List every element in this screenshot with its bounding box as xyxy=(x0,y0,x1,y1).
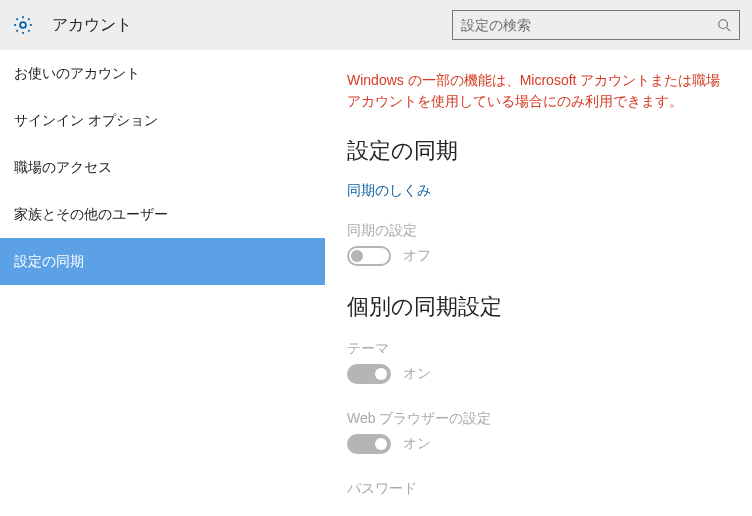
page-title: アカウント xyxy=(52,15,452,36)
sidebar-item-label: サインイン オプション xyxy=(14,112,158,130)
search-input[interactable] xyxy=(461,17,717,33)
sidebar-item-3[interactable]: 家族とその他のユーザー xyxy=(0,191,325,238)
subsection-title-individual: 個別の同期設定 xyxy=(347,292,730,322)
toggle-sync-settings[interactable] xyxy=(347,246,391,266)
svg-point-0 xyxy=(20,22,26,28)
label-individual-0: テーマ xyxy=(347,340,730,358)
sidebar-item-label: 家族とその他のユーザー xyxy=(14,206,168,224)
header: アカウント xyxy=(0,0,752,50)
sidebar-item-4[interactable]: 設定の同期 xyxy=(0,238,325,285)
toggle-individual-1-state: オン xyxy=(403,435,431,453)
content-pane: Windows の一部の機能は、Microsoft アカウントまたは職場アカウン… xyxy=(325,50,752,516)
search-icon xyxy=(717,18,731,32)
label-individual-1: Web ブラウザーの設定 xyxy=(347,410,730,428)
toggle-individual-1[interactable] xyxy=(347,434,391,454)
alert-text: Windows の一部の機能は、Microsoft アカウントまたは職場アカウン… xyxy=(347,70,730,112)
sidebar-item-0[interactable]: お使いのアカウント xyxy=(0,50,325,97)
label-individual-2: パスワード xyxy=(347,480,730,498)
sidebar-item-label: 職場のアクセス xyxy=(14,159,112,177)
toggle-sync-settings-state: オフ xyxy=(403,247,431,265)
sidebar-item-label: お使いのアカウント xyxy=(14,65,140,83)
toggle-individual-0[interactable] xyxy=(347,364,391,384)
svg-point-1 xyxy=(719,20,728,29)
svg-line-2 xyxy=(727,28,731,32)
search-box[interactable] xyxy=(452,10,740,40)
section-title-sync: 設定の同期 xyxy=(347,136,730,166)
sidebar-item-1[interactable]: サインイン オプション xyxy=(0,97,325,144)
link-how-sync-works[interactable]: 同期のしくみ xyxy=(347,182,431,200)
sidebar-item-2[interactable]: 職場のアクセス xyxy=(0,144,325,191)
settings-gear-icon[interactable] xyxy=(12,14,34,36)
sidebar-item-label: 設定の同期 xyxy=(14,253,84,271)
toggle-individual-0-state: オン xyxy=(403,365,431,383)
sidebar: お使いのアカウントサインイン オプション職場のアクセス家族とその他のユーザー設定… xyxy=(0,50,325,516)
label-sync-settings: 同期の設定 xyxy=(347,222,730,240)
